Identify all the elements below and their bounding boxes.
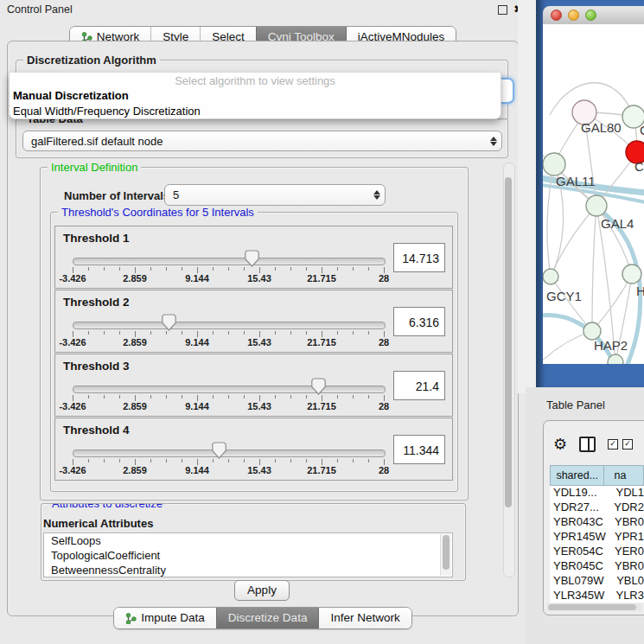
threshold-value-field[interactable]: 14.713 (393, 243, 445, 272)
checkbox-icon[interactable]: ✓ (622, 439, 633, 450)
slider-tick-label: 9.144 (185, 337, 209, 348)
column-header-shared[interactable]: shared... (550, 465, 604, 486)
screen: Control Panel ✖ NetworkStyleSelectCyni T… (0, 0, 644, 644)
slider-tick-label: 15.43 (247, 401, 271, 411)
combobox-spinner-icon[interactable] (486, 137, 501, 146)
threshold-value-field[interactable]: 11.344 (393, 435, 445, 464)
slider-tick (275, 267, 276, 271)
slider-tick-label: 15.43 (247, 273, 271, 284)
slider-tick (322, 331, 322, 337)
slider-tick (384, 331, 385, 337)
slider-tick (213, 395, 214, 399)
thresholds-title: Threshold's Coordinates for 5 Intervals (58, 206, 258, 219)
list-scrollbar[interactable] (440, 534, 451, 576)
table-row[interactable]: YER054CYER0 (550, 545, 644, 559)
slider-tick (166, 459, 167, 462)
node-table: shared...na YDL19...YDL1YDR27...YDR2YBR0… (550, 465, 644, 603)
tab-impute-data[interactable]: Impute Data (114, 608, 216, 628)
table-row[interactable]: YBR043CYBR0 (550, 515, 644, 530)
network-edge[interactable] (551, 206, 596, 277)
slider-tick (197, 395, 198, 401)
number-of-intervals-combobox[interactable]: 5 (164, 184, 386, 206)
slider-tick (384, 395, 385, 401)
slider-track[interactable] (73, 450, 386, 457)
slider-track[interactable] (73, 322, 386, 329)
slider-tick (104, 395, 105, 399)
slider-tick (104, 459, 105, 462)
slider-tick (150, 267, 151, 271)
slider-tick (228, 267, 229, 271)
close-traffic-light-icon[interactable] (551, 10, 562, 21)
network-node-h[interactable] (622, 265, 641, 284)
table-data-combobox[interactable]: galFiltered.sif default node (22, 131, 502, 151)
threshold-value-field[interactable]: 6.316 (393, 307, 445, 336)
table-row[interactable]: YDL19...YDL1 (550, 486, 644, 501)
zoom-traffic-light-icon[interactable] (585, 10, 596, 21)
cell-name: YBL0 (616, 574, 644, 589)
attribute-item-betweennesscentrality[interactable]: BetweennessCentrality (44, 563, 452, 577)
cell-name: YER0 (615, 545, 644, 559)
attribute-item-selfloops[interactable]: SelfLoops (44, 533, 452, 548)
panel-divider[interactable] (518, 0, 536, 393)
table-row[interactable]: YDR27...YDR2 (550, 501, 644, 515)
slider-tick (275, 331, 276, 335)
node-label: C (634, 159, 644, 174)
table-horizontal-scrollbar[interactable] (547, 603, 642, 611)
minimize-traffic-light-icon[interactable] (568, 10, 579, 21)
slider-track[interactable] (73, 386, 386, 393)
tab-discretize-data[interactable]: Discretize Data (216, 608, 319, 628)
slider-tick (306, 395, 307, 399)
table-row[interactable]: YBL079WYBL0 (550, 574, 644, 589)
network-node-gcy1[interactable] (543, 269, 558, 284)
network-node-gal4[interactable] (586, 195, 607, 216)
combobox-spinner-icon[interactable] (369, 190, 385, 200)
network-node-hap2[interactable] (583, 322, 601, 340)
network-icon (125, 613, 137, 624)
attribute-item-topologicalcoefficient[interactable]: TopologicalCoefficient (44, 548, 452, 563)
table-row[interactable]: YLR345WYLR3 (550, 589, 644, 603)
network-window-titlebar[interactable] (543, 6, 644, 25)
node-label: GA (640, 123, 644, 137)
table-row[interactable]: YPR145WYPR1 (550, 530, 644, 545)
slider-tick (228, 331, 229, 335)
dropdown-item-manual-discretization[interactable]: Manual Discretization (10, 88, 501, 104)
slider-tick (368, 395, 369, 399)
slider-tick-label: 21.715 (307, 465, 336, 475)
slider-thumb[interactable] (212, 442, 226, 459)
slider-thumb[interactable] (162, 314, 176, 331)
tab-label: Impute Data (141, 608, 205, 628)
column-header-na[interactable]: na (604, 465, 644, 486)
checkbox-icon[interactable]: ✓ (608, 439, 618, 450)
slider-tick-label: 9.144 (185, 273, 209, 284)
slider-tick-label: 2.859 (123, 273, 147, 284)
slider-tick-label: -3.426 (59, 401, 86, 411)
slider-tick (290, 267, 291, 271)
apply-button[interactable]: Apply (234, 580, 290, 601)
float-window-icon[interactable] (498, 5, 507, 15)
network-node-gal11[interactable] (543, 153, 565, 175)
slider-tick-label: 9.144 (185, 465, 209, 475)
tab-infer-network[interactable]: Infer Network (318, 608, 411, 628)
tab-label: Infer Network (330, 608, 399, 628)
network-edge[interactable] (592, 206, 596, 331)
numerical-attributes-list[interactable]: SelfLoopsTopologicalCoefficientBetweenne… (43, 532, 453, 577)
dropdown-item-equal-width-frequency-discretization[interactable]: Equal Width/Frequency Discretization (10, 104, 501, 119)
slider-tick (368, 267, 369, 271)
panel-scrollbar[interactable] (503, 163, 515, 577)
table-data-value: galFiltered.sif default node (23, 135, 486, 148)
network-edge[interactable] (551, 277, 592, 331)
slider-thumb[interactable] (311, 378, 326, 395)
slider-tick (150, 395, 151, 399)
network-canvas[interactable]: GAL80GACGAL11GAL4GCY1HHAP2 (543, 24, 644, 364)
network-node[interactable] (608, 354, 623, 364)
threshold-value-field[interactable]: 21.4 (393, 371, 445, 400)
cell-shared-name: YDR27... (550, 501, 614, 515)
table-row[interactable]: YBR045CYBR0 (550, 559, 644, 574)
gear-icon[interactable]: ⚙ (553, 436, 567, 453)
slider-tick (244, 331, 245, 335)
split-columns-icon[interactable] (579, 437, 596, 452)
threshold-row-3: Threshold 3-3.4262.8599.14415.4321.71528… (54, 354, 453, 417)
slider-tick-label: -3.426 (59, 337, 86, 348)
slider-thumb[interactable] (245, 250, 259, 267)
slider-track[interactable] (73, 258, 386, 265)
